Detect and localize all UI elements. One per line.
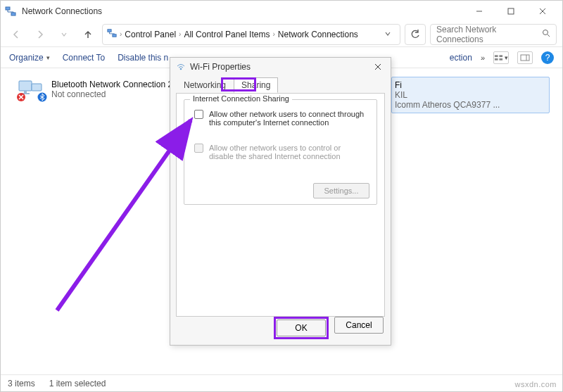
watermark: wsxdn.com	[514, 380, 557, 388]
group-legend: Internet Connection Sharing	[190, 94, 292, 103]
connection-status: KIL	[395, 90, 500, 100]
checkbox-allow-control: Allow other network users to control or …	[194, 144, 367, 160]
minimize-button[interactable]	[463, 1, 495, 22]
titlebar: Network Connections	[1, 1, 562, 22]
svg-rect-16	[19, 81, 32, 91]
breadcrumb-dropdown[interactable]	[380, 30, 396, 39]
tab-sharing[interactable]: Sharing	[234, 77, 278, 93]
svg-line-9	[548, 34, 550, 37]
chevron-right-icon: ›	[120, 30, 122, 38]
truncated-toolbar-text: ection	[450, 53, 472, 63]
connection-detail: Icomm Atheros QCA9377 ...	[395, 100, 500, 110]
checkbox-label: Allow other network users to control or …	[209, 144, 367, 160]
svg-rect-19	[32, 84, 42, 91]
connection-name: Bluetooth Network Connection 2	[51, 80, 172, 89]
svg-rect-7	[113, 34, 116, 37]
search-placeholder: Search Network Connections	[436, 25, 538, 44]
preview-pane-button[interactable]	[517, 51, 533, 64]
connect-to-button[interactable]: Connect To	[63, 53, 106, 63]
item-count: 3 items	[8, 379, 35, 388]
window-title: Network Connections	[22, 6, 102, 16]
adapter-icon	[18, 80, 46, 101]
forward-button[interactable]	[30, 25, 50, 44]
annotation-highlight: OK	[274, 317, 329, 339]
view-mode-button[interactable]: ▾	[493, 51, 509, 64]
svg-rect-3	[508, 8, 514, 14]
breadcrumb[interactable]: › Control Panel › All Control Panel Item…	[102, 24, 400, 45]
checkbox-icon	[194, 144, 203, 153]
back-button[interactable]	[6, 25, 26, 44]
chevron-right-icon: ›	[272, 30, 274, 38]
breadcrumb-item[interactable]: All Control Panel Items	[184, 30, 270, 39]
nav-row: › Control Panel › All Control Panel Item…	[1, 22, 562, 47]
connection-item-wifi[interactable]: Fi KIL Icomm Atheros QCA9377 ...	[391, 77, 550, 113]
connection-name: Fi	[395, 80, 500, 90]
recent-dropdown[interactable]	[54, 25, 74, 44]
dialog-title: Wi-Fi Properties	[190, 62, 251, 72]
dialog-titlebar: Wi-Fi Properties	[170, 58, 391, 76]
wifi-icon	[176, 62, 186, 72]
bluetooth-icon	[37, 92, 47, 102]
checkbox-label: Allow other network users to connect thr…	[209, 110, 367, 127]
connection-status: Not connected	[51, 89, 172, 99]
status-bar: 3 items 1 item selected	[1, 374, 562, 391]
svg-rect-1	[11, 13, 15, 15]
chevron-right-icon: ›	[179, 30, 181, 38]
up-button[interactable]	[78, 25, 98, 44]
checkbox-icon	[194, 110, 203, 119]
refresh-button[interactable]	[405, 24, 426, 45]
group-internet-connection-sharing: Internet Connection Sharing Allow other …	[184, 99, 377, 205]
svg-point-24	[180, 68, 182, 70]
tab-panel: Internet Connection Sharing Allow other …	[176, 93, 385, 317]
svg-rect-0	[6, 7, 10, 10]
ok-button[interactable]: OK	[277, 320, 326, 336]
disable-device-button[interactable]: Disable this n	[118, 53, 168, 63]
close-button[interactable]	[526, 1, 558, 22]
svg-rect-12	[495, 58, 498, 60]
svg-rect-13	[499, 58, 502, 60]
network-icon	[5, 6, 16, 17]
breadcrumb-root-icon	[107, 28, 117, 40]
wifi-properties-dialog: Wi-Fi Properties Networking Sharing Inte…	[170, 57, 391, 346]
svg-point-8	[543, 30, 548, 35]
dialog-close-button[interactable]	[371, 60, 385, 74]
overflow-chevron-icon[interactable]: »	[481, 53, 485, 62]
breadcrumb-item[interactable]: Control Panel	[125, 30, 176, 39]
svg-rect-14	[521, 55, 529, 61]
explorer-window: Network Connections › Control Panel › Al…	[0, 0, 563, 392]
svg-rect-11	[499, 55, 502, 57]
search-input[interactable]: Search Network Connections	[430, 24, 557, 45]
selection-count: 1 item selected	[49, 379, 106, 388]
checkbox-allow-connect[interactable]: Allow other network users to connect thr…	[194, 110, 367, 127]
settings-button: Settings...	[313, 183, 369, 198]
tab-row: Networking Sharing	[170, 76, 391, 93]
svg-rect-6	[108, 30, 111, 32]
error-x-icon	[16, 92, 26, 102]
svg-rect-10	[495, 55, 498, 57]
dialog-button-row: OK Cancel	[274, 317, 384, 339]
tab-networking[interactable]: Networking	[176, 77, 234, 93]
breadcrumb-item[interactable]: Network Connections	[278, 30, 358, 39]
organize-menu[interactable]: Organize▾	[9, 53, 50, 63]
maximize-button[interactable]	[495, 1, 526, 22]
help-button[interactable]: ?	[541, 51, 554, 64]
connection-item-bluetooth[interactable]: Bluetooth Network Connection 2 Not conne…	[15, 77, 191, 103]
search-icon	[542, 29, 550, 39]
cancel-button[interactable]: Cancel	[334, 317, 384, 334]
